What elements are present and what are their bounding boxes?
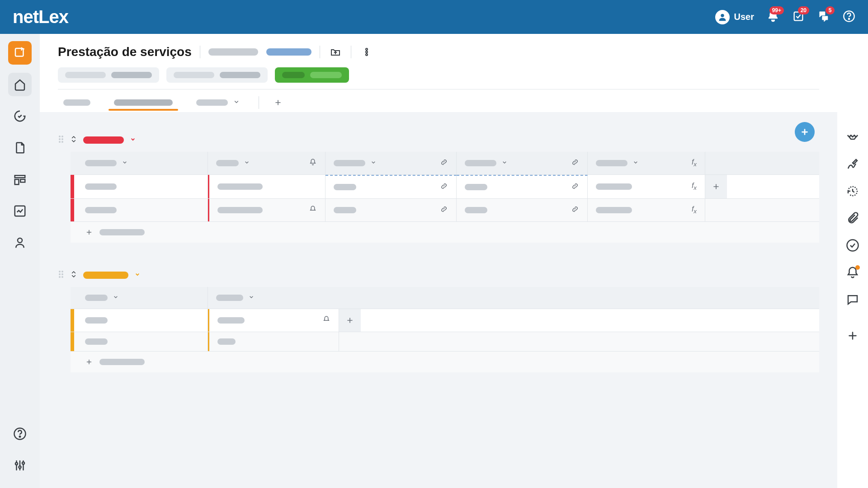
floating-add-button[interactable] [795, 122, 815, 142]
more-options-button[interactable] [359, 45, 374, 59]
collapse-icon[interactable] [70, 270, 78, 280]
drag-handle-icon[interactable] [58, 135, 64, 145]
table-row[interactable] [71, 332, 819, 352]
subtitle-placeholder-1 [208, 48, 258, 56]
chevron-down-icon [121, 159, 128, 168]
svg-point-30 [61, 276, 63, 278]
tab-2-active[interactable] [108, 95, 178, 110]
cell[interactable] [77, 199, 208, 221]
column-header-2[interactable] [208, 152, 326, 174]
cell[interactable] [77, 332, 208, 351]
status-chip-1[interactable] [58, 67, 159, 83]
cell[interactable] [457, 199, 588, 221]
nav-approvals[interactable] [8, 104, 32, 128]
cell[interactable] [208, 309, 339, 332]
cell-ph [217, 183, 263, 190]
chevron-down-icon[interactable] [129, 136, 137, 145]
nav-settings[interactable] [8, 454, 32, 477]
user-label: User [734, 12, 754, 22]
cell[interactable]: fx [588, 199, 705, 221]
table-row[interactable]: fx [71, 199, 819, 222]
column-header-4[interactable] [457, 152, 588, 174]
right-history-icon[interactable] [844, 183, 861, 199]
add-row-ph [99, 229, 145, 235]
cell[interactable]: fx [588, 175, 705, 198]
logo: netLex [13, 7, 68, 27]
group-label [83, 272, 128, 279]
column-header-5[interactable]: fx [588, 152, 705, 174]
add-column-button[interactable] [705, 175, 727, 198]
cell-ph [334, 184, 356, 190]
row-marker [71, 332, 74, 351]
nav-boards[interactable] [8, 168, 32, 191]
chevron-down-icon [243, 159, 250, 168]
right-bell-icon[interactable] [844, 264, 861, 281]
chevron-down-icon[interactable] [134, 271, 141, 280]
svg-point-19 [59, 136, 61, 137]
right-handshake-icon[interactable] [844, 129, 861, 145]
subtitle-placeholder-2[interactable] [266, 48, 311, 56]
svg-point-21 [59, 138, 61, 140]
cell[interactable] [208, 175, 326, 198]
svg-point-25 [59, 271, 61, 272]
cell-ph [85, 317, 108, 324]
cell-ph [596, 207, 632, 213]
nav-home[interactable] [8, 73, 32, 96]
add-row-ph [99, 359, 145, 365]
tab-label-ph [196, 99, 228, 106]
notifications-bell[interactable]: 99+ [767, 10, 779, 24]
status-chip-3[interactable] [275, 67, 349, 83]
add-row-button[interactable] [71, 352, 819, 372]
tab-1[interactable] [58, 95, 96, 110]
svg-point-9 [18, 238, 22, 243]
chevron-down-icon [501, 159, 508, 168]
chat-icon[interactable]: 5 [817, 10, 830, 24]
chip-part [111, 72, 152, 78]
nav-help-bottom[interactable] [8, 422, 32, 446]
status-chip-2[interactable] [166, 67, 268, 83]
right-sign-icon[interactable] [844, 156, 861, 172]
chat-badge: 5 [826, 6, 835, 14]
table-row[interactable]: fx [71, 175, 819, 199]
cell[interactable] [326, 175, 457, 198]
svg-point-18 [366, 54, 368, 56]
help-icon[interactable] [843, 10, 855, 24]
cell[interactable] [208, 332, 339, 351]
chevron-down-icon [112, 293, 119, 302]
column-header-1[interactable] [77, 152, 208, 174]
right-comment-icon[interactable] [844, 291, 861, 308]
cell[interactable] [326, 199, 457, 221]
cell[interactable] [208, 199, 326, 221]
svg-point-28 [61, 273, 63, 275]
table-header-row: fx [71, 152, 819, 175]
cell[interactable] [457, 175, 588, 198]
column-header-1[interactable] [77, 287, 208, 309]
column-header-2[interactable] [208, 287, 339, 309]
add-row-button[interactable] [71, 222, 819, 243]
drag-handle-icon[interactable] [58, 270, 64, 281]
link-icon [571, 205, 579, 215]
move-to-folder-button[interactable] [328, 45, 343, 59]
collapse-icon[interactable] [70, 135, 78, 145]
column-header-3[interactable] [326, 152, 457, 174]
user-chip[interactable]: User [715, 10, 754, 24]
page-title: Prestação de serviços [58, 45, 192, 59]
left-sidebar [0, 34, 40, 488]
add-tab-button[interactable] [272, 96, 284, 109]
right-check-icon[interactable] [844, 237, 861, 253]
nav-people[interactable] [8, 231, 32, 254]
create-button[interactable] [8, 41, 32, 65]
add-column-button[interactable] [339, 309, 361, 332]
right-attachment-icon[interactable] [844, 210, 861, 226]
right-add-icon[interactable] [844, 328, 861, 344]
tasks-icon[interactable]: 20 [792, 10, 805, 24]
th-ph [216, 160, 239, 166]
cell[interactable] [77, 175, 208, 198]
table-row[interactable] [71, 309, 819, 332]
nav-documents[interactable] [8, 136, 32, 160]
nav-analytics[interactable] [8, 199, 32, 223]
tab-3[interactable] [191, 93, 246, 112]
svg-point-13 [19, 466, 21, 468]
link-icon [440, 205, 448, 215]
cell[interactable] [77, 309, 208, 332]
